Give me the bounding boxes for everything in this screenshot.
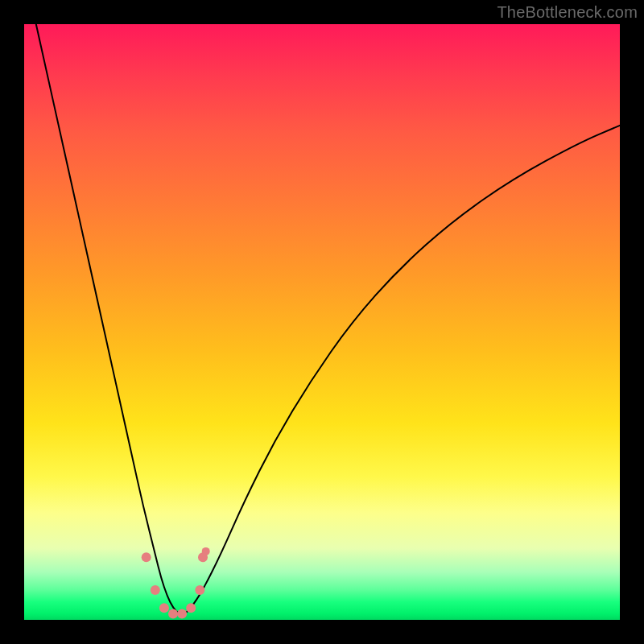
marker-dot [159,603,169,613]
bottleneck-curve [36,24,620,614]
marker-dot [151,585,160,595]
watermark-text: TheBottleneck.com [497,3,638,22]
marker-dot [168,609,178,619]
marker-dot [202,547,210,555]
chart-svg [24,24,620,620]
plot-area [24,24,620,620]
marker-layer [142,547,210,619]
curve-layer [36,24,620,614]
chart-stage: TheBottleneck.com [0,0,644,644]
marker-dot [177,609,187,619]
marker-dot [195,585,204,595]
marker-dot [142,552,151,562]
marker-dot [186,603,196,613]
